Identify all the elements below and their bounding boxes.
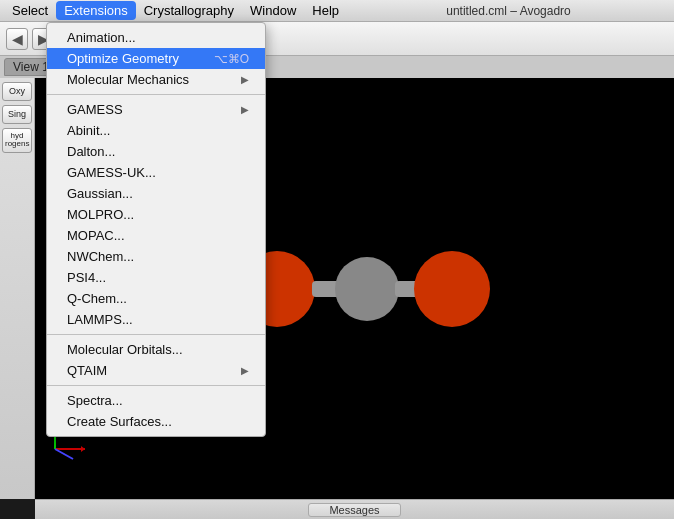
menu-spectra[interactable]: Spectra... — [47, 390, 265, 411]
menu-gamess-uk-label: GAMESS-UK... — [67, 165, 156, 180]
menu-gamess-arrow: ▶ — [241, 104, 249, 115]
menubar-window[interactable]: Window — [242, 1, 304, 20]
extensions-menu[interactable]: Animation... Optimize Geometry ⌥⌘O Molec… — [46, 22, 266, 437]
menu-qtaim[interactable]: QTAIM ▶ — [47, 360, 265, 381]
sidebar-oxy-btn[interactable]: Oxy — [2, 82, 32, 101]
menu-abinit[interactable]: Abinit... — [47, 120, 265, 141]
menubar-crystallography[interactable]: Crystallography — [136, 1, 242, 20]
menu-gaussian-label: Gaussian... — [67, 186, 133, 201]
svg-line-9 — [55, 449, 73, 459]
menu-sep2 — [47, 334, 265, 335]
menubar: Select Extensions Crystallography Window… — [0, 0, 674, 22]
menubar-help[interactable]: Help — [304, 1, 347, 20]
menu-create-surfaces[interactable]: Create Surfaces... — [47, 411, 265, 432]
svg-point-4 — [414, 251, 490, 327]
statusbar: Messages — [35, 499, 674, 519]
menu-animation[interactable]: Animation... — [47, 27, 265, 48]
menu-sep1 — [47, 94, 265, 95]
toolbar-back-btn[interactable]: ◀ — [6, 28, 28, 50]
menubar-extensions[interactable]: Extensions — [56, 1, 136, 20]
menu-spectra-label: Spectra... — [67, 393, 123, 408]
menu-molecular-mechanics[interactable]: Molecular Mechanics ▶ — [47, 69, 265, 90]
menu-lammps[interactable]: LAMMPS... — [47, 309, 265, 330]
menu-mopac-label: MOPAC... — [67, 228, 125, 243]
menu-nwchem-label: NWChem... — [67, 249, 134, 264]
sidebar-hyd-btn[interactable]: hydrogens — [2, 128, 32, 154]
menu-animation-label: Animation... — [67, 30, 136, 45]
menu-lammps-label: LAMMPS... — [67, 312, 133, 327]
menu-abinit-label: Abinit... — [67, 123, 110, 138]
menu-sep3 — [47, 385, 265, 386]
menu-optimize-geometry-shortcut: ⌥⌘O — [214, 52, 249, 66]
menu-dalton-label: Dalton... — [67, 144, 115, 159]
menu-mopac[interactable]: MOPAC... — [47, 225, 265, 246]
menu-molecular-mechanics-label: Molecular Mechanics — [67, 72, 189, 87]
menu-molpro-label: MOLPRO... — [67, 207, 134, 222]
menu-create-surfaces-label: Create Surfaces... — [67, 414, 172, 429]
menu-gamess-uk[interactable]: GAMESS-UK... — [47, 162, 265, 183]
menu-gamess[interactable]: GAMESS ▶ — [47, 99, 265, 120]
svg-marker-6 — [81, 446, 85, 452]
window-title: untitled.cml – Avogadro — [347, 4, 670, 18]
menu-molecular-mechanics-arrow: ▶ — [241, 74, 249, 85]
menu-optimize-geometry-label: Optimize Geometry — [67, 51, 179, 66]
menu-qtaim-label: QTAIM — [67, 363, 107, 378]
svg-point-2 — [335, 257, 399, 321]
menu-psi4-label: PSI4... — [67, 270, 106, 285]
menu-gaussian[interactable]: Gaussian... — [47, 183, 265, 204]
menu-molecular-orbitals[interactable]: Molecular Orbitals... — [47, 339, 265, 360]
menu-gamess-label: GAMESS — [67, 102, 123, 117]
menu-q-chem[interactable]: Q-Chem... — [47, 288, 265, 309]
menu-molpro[interactable]: MOLPRO... — [47, 204, 265, 225]
menu-psi4[interactable]: PSI4... — [47, 267, 265, 288]
tab-view1-label: View 1 — [13, 60, 49, 74]
menu-nwchem[interactable]: NWChem... — [47, 246, 265, 267]
menu-optimize-geometry[interactable]: Optimize Geometry ⌥⌘O — [47, 48, 265, 69]
messages-label: Messages — [308, 503, 400, 517]
menu-qtaim-arrow: ▶ — [241, 365, 249, 376]
sidebar-sing-btn[interactable]: Sing — [2, 105, 32, 124]
menu-q-chem-label: Q-Chem... — [67, 291, 127, 306]
menu-molecular-orbitals-label: Molecular Orbitals... — [67, 342, 183, 357]
sidebar: Oxy Sing hydrogens — [0, 78, 35, 499]
menu-dalton[interactable]: Dalton... — [47, 141, 265, 162]
menubar-select[interactable]: Select — [4, 1, 56, 20]
